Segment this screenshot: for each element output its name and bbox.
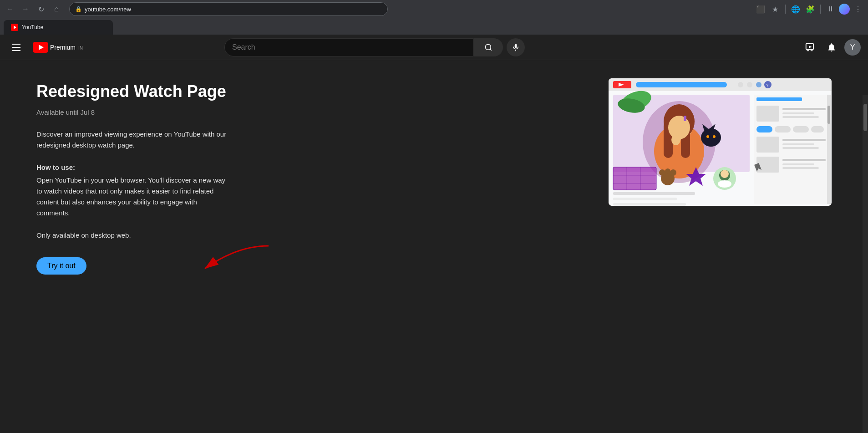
svg-rect-79 [613, 203, 686, 206]
back-button[interactable]: ← [4, 3, 16, 15]
header-actions: Y [801, 38, 861, 56]
youtube-logo[interactable]: Premium IN [33, 42, 83, 53]
svg-rect-68 [782, 143, 814, 145]
svg-rect-66 [756, 137, 779, 153]
svg-rect-63 [775, 126, 791, 132]
svg-rect-71 [782, 159, 826, 161]
svg-rect-61 [782, 116, 819, 118]
youtube-wordmark: Premium [50, 44, 76, 51]
content-area: Redesigned Watch Page Available until Ju… [0, 60, 410, 433]
divider [785, 5, 786, 14]
svg-point-34 [701, 128, 721, 147]
svg-marker-9 [809, 46, 812, 48]
search-input[interactable] [232, 43, 466, 51]
svg-rect-76 [827, 106, 830, 124]
svg-point-19 [747, 82, 752, 87]
address-bar[interactable]: 🔒 youtube.com/new [69, 2, 388, 16]
globe-icon-btn[interactable]: 🌐 [789, 3, 802, 15]
svg-point-48 [659, 169, 665, 176]
svg-rect-58 [756, 106, 779, 122]
browser-actions: ⬛ ★ 🌐 🧩 ⏸ ⋮ [754, 3, 864, 15]
lock-icon: 🔒 [75, 6, 82, 12]
menu-button[interactable]: ⋮ [852, 3, 864, 15]
search-button[interactable] [474, 38, 503, 56]
svg-rect-60 [782, 112, 814, 114]
youtube-header: Premium IN [0, 35, 868, 60]
media-button[interactable]: ⏸ [824, 3, 837, 15]
svg-rect-32 [684, 116, 686, 121]
svg-point-37 [706, 135, 709, 138]
arrow-svg [146, 241, 273, 278]
hamburger-line-2 [12, 47, 20, 48]
url-text: youtube.com/new [85, 6, 382, 13]
svg-rect-65 [811, 126, 824, 132]
svg-rect-57 [756, 97, 802, 101]
profile-pic-btn[interactable] [839, 4, 850, 15]
main-content: Redesigned Watch Page Available until Ju… [0, 60, 868, 433]
svg-rect-73 [782, 167, 819, 169]
desktop-only-text: Only available on desktop web. [36, 231, 373, 239]
home-button[interactable]: ⌂ [50, 3, 63, 15]
forward-button[interactable]: → [19, 3, 32, 15]
active-tab[interactable]: YouTube [4, 20, 113, 35]
mic-button[interactable] [507, 38, 525, 56]
svg-rect-78 [613, 198, 677, 200]
svg-rect-6 [515, 44, 517, 48]
create-icon [805, 42, 815, 52]
svg-rect-67 [782, 139, 826, 141]
page-title: Redesigned Watch Page [36, 82, 373, 101]
description-text: Discover an improved viewing experience … [36, 129, 232, 151]
svg-rect-70 [756, 157, 779, 173]
how-to-use-label: How to use: [36, 163, 373, 171]
svg-rect-69 [782, 147, 819, 149]
cast-button[interactable]: ⬛ [754, 3, 767, 15]
svg-rect-62 [756, 126, 772, 132]
svg-rect-72 [782, 163, 814, 165]
search-container [224, 38, 525, 56]
svg-point-31 [668, 116, 690, 139]
svg-rect-77 [613, 192, 695, 195]
bell-icon [827, 42, 837, 52]
tab-favicon [11, 24, 18, 31]
hamburger-line-3 [12, 50, 20, 51]
preview-image: Y [609, 78, 832, 206]
svg-point-20 [756, 82, 761, 87]
search-icon [484, 43, 492, 51]
search-bar[interactable] [224, 38, 474, 56]
address-bar-container: 🔒 youtube.com/new [69, 2, 388, 16]
user-avatar[interactable]: Y [844, 39, 861, 56]
extensions-button[interactable]: 🧩 [804, 3, 817, 15]
svg-rect-59 [782, 108, 826, 110]
svg-point-18 [738, 82, 743, 87]
browser-tab-bar: YouTube [0, 18, 868, 35]
svg-line-5 [490, 49, 491, 50]
create-button[interactable] [801, 38, 819, 56]
svg-rect-41 [613, 167, 656, 190]
try-it-container: Try it out [36, 257, 86, 275]
country-badge: IN [78, 46, 83, 51]
bookmark-button[interactable]: ★ [769, 3, 782, 15]
preview-illustration: Y [609, 78, 832, 206]
svg-point-54 [718, 180, 731, 188]
svg-point-38 [713, 135, 716, 138]
availability-text: Available until Jul 8 [36, 108, 373, 116]
try-it-button[interactable]: Try it out [36, 257, 86, 275]
svg-point-50 [670, 169, 676, 176]
notifications-button[interactable] [822, 38, 841, 56]
svg-point-4 [485, 44, 491, 50]
scrollbar-thumb [863, 104, 867, 131]
mic-icon [512, 43, 520, 51]
svg-rect-64 [793, 126, 809, 132]
svg-text:Y: Y [766, 83, 769, 87]
svg-point-33 [671, 134, 680, 145]
scrollbar[interactable] [863, 95, 868, 433]
svg-point-49 [665, 168, 670, 174]
svg-rect-17 [636, 82, 727, 87]
divider2 [820, 5, 821, 14]
preview-area: Y [609, 78, 832, 206]
reload-button[interactable]: ↻ [35, 3, 47, 15]
how-to-use-text: Open YouTube in your web browser. You'll… [36, 175, 232, 219]
menu-hamburger[interactable] [7, 38, 25, 56]
svg-point-55 [721, 170, 729, 178]
youtube-logo-icon [33, 42, 48, 53]
